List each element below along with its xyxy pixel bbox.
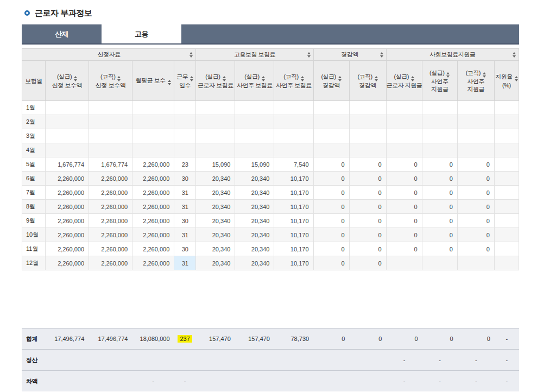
value-cell[interactable] (313, 143, 349, 157)
value-cell[interactable]: 20,340 (235, 228, 274, 242)
value-cell[interactable]: 2,260,000 (89, 228, 132, 242)
value-cell[interactable]: 0 (422, 172, 457, 186)
value-cell[interactable]: 2,260,000 (46, 186, 89, 200)
value-cell[interactable]: 0 (386, 157, 422, 172)
value-cell[interactable] (174, 143, 196, 157)
column-header-5[interactable]: 근무일수 (174, 61, 196, 101)
value-cell[interactable]: 2,260,000 (46, 214, 89, 228)
value-cell[interactable]: 20,340 (196, 200, 235, 214)
value-cell[interactable] (46, 143, 89, 157)
value-cell[interactable]: 0 (386, 228, 422, 242)
value-cell[interactable]: 10,170 (274, 186, 313, 200)
value-cell[interactable]: 0 (349, 172, 386, 186)
value-cell[interactable]: 30 (174, 214, 196, 228)
value-cell[interactable]: 0 (457, 214, 494, 228)
value-cell[interactable] (494, 256, 519, 270)
value-cell[interactable] (386, 129, 422, 143)
value-cell[interactable] (494, 157, 519, 172)
value-cell[interactable]: 0 (386, 200, 422, 214)
value-cell[interactable]: 20,340 (235, 214, 274, 228)
value-cell[interactable]: 15,090 (235, 157, 274, 172)
value-cell[interactable] (313, 101, 349, 115)
value-cell[interactable] (422, 115, 457, 129)
value-cell[interactable]: 20,340 (196, 172, 235, 186)
value-cell[interactable]: 2,260,000 (132, 157, 174, 172)
value-cell[interactable] (494, 200, 519, 214)
value-cell[interactable] (494, 214, 519, 228)
value-cell[interactable] (494, 115, 519, 129)
value-cell[interactable]: 20,340 (235, 172, 274, 186)
value-cell[interactable]: 0 (349, 242, 386, 256)
value-cell[interactable]: 2,260,000 (89, 214, 132, 228)
value-cell[interactable] (235, 115, 274, 129)
value-cell[interactable] (313, 115, 349, 129)
value-cell[interactable] (196, 143, 235, 157)
value-cell[interactable]: 0 (349, 256, 386, 270)
value-cell[interactable]: 31 (174, 200, 196, 214)
value-cell[interactable]: 2,260,000 (46, 200, 89, 214)
value-cell[interactable]: 0 (313, 172, 349, 186)
value-cell[interactable] (422, 143, 457, 157)
value-cell[interactable]: 0 (457, 186, 494, 200)
value-cell[interactable] (494, 186, 519, 200)
group-header-4[interactable]: 사회보험료지원금 (386, 49, 519, 61)
column-header-13[interactable]: (고직)사업주지원금 (457, 61, 494, 101)
value-cell[interactable]: 10,170 (274, 200, 313, 214)
value-cell[interactable]: 0 (313, 186, 349, 200)
value-cell[interactable] (46, 115, 89, 129)
value-cell[interactable]: 0 (457, 200, 494, 214)
value-cell[interactable] (494, 143, 519, 157)
value-cell[interactable] (174, 129, 196, 143)
value-cell[interactable] (174, 101, 196, 115)
value-cell[interactable] (89, 115, 132, 129)
value-cell[interactable] (494, 242, 519, 256)
column-header-2[interactable]: (실급)산정 보수액 (46, 61, 89, 101)
value-cell[interactable]: 0 (422, 200, 457, 214)
value-cell[interactable] (386, 143, 422, 157)
value-cell[interactable]: 0 (457, 172, 494, 186)
value-cell[interactable] (422, 101, 457, 115)
value-cell[interactable] (494, 101, 519, 115)
value-cell[interactable]: 15,090 (196, 157, 235, 172)
value-cell[interactable] (274, 101, 313, 115)
value-cell[interactable] (89, 143, 132, 157)
value-cell[interactable]: 7,540 (274, 157, 313, 172)
value-cell[interactable]: 0 (349, 200, 386, 214)
column-header-11[interactable]: (실급)근로자 지원금 (386, 61, 422, 101)
value-cell[interactable]: 2,260,000 (46, 172, 89, 186)
value-cell[interactable]: 1,676,774 (46, 157, 89, 172)
tab-goyong[interactable]: 고용 (102, 24, 181, 43)
value-cell[interactable]: 2,260,000 (46, 256, 89, 270)
value-cell[interactable]: 0 (313, 200, 349, 214)
value-cell[interactable]: 10,170 (274, 214, 313, 228)
value-cell[interactable]: 0 (386, 172, 422, 186)
value-cell[interactable]: 20,340 (196, 228, 235, 242)
column-header-3[interactable]: (고직)산정 보수액 (89, 61, 132, 101)
value-cell[interactable] (457, 129, 494, 143)
value-cell[interactable]: 2,260,000 (89, 172, 132, 186)
column-header-7[interactable]: (실급)사업주 보험료 (235, 61, 274, 101)
value-cell[interactable]: 2,260,000 (132, 200, 174, 214)
value-cell[interactable]: 2,260,000 (46, 228, 89, 242)
value-cell[interactable]: 31 (174, 186, 196, 200)
value-cell[interactable]: 10,170 (274, 172, 313, 186)
value-cell[interactable] (235, 101, 274, 115)
value-cell[interactable]: 0 (457, 157, 494, 172)
tab-sanjae[interactable]: 산재 (22, 24, 102, 43)
value-cell[interactable]: 2,260,000 (132, 214, 174, 228)
value-cell[interactable]: 2,260,000 (132, 228, 174, 242)
value-cell[interactable] (174, 115, 196, 129)
column-header-12[interactable]: (실급)사업주지원금 (422, 61, 457, 101)
value-cell[interactable]: 0 (313, 157, 349, 172)
value-cell[interactable]: 2,260,000 (89, 256, 132, 270)
column-header-10[interactable]: (고직)경감액 (349, 61, 386, 101)
value-cell[interactable]: 20,340 (235, 256, 274, 270)
value-cell[interactable]: 10,170 (274, 228, 313, 242)
column-header-8[interactable]: (고직)사업주 보험료 (274, 61, 313, 101)
value-cell[interactable]: 2,260,000 (132, 242, 174, 256)
value-cell[interactable]: 0 (386, 242, 422, 256)
group-header-1[interactable]: 산정자료 (22, 49, 196, 61)
value-cell[interactable] (132, 115, 174, 129)
value-cell[interactable] (132, 143, 174, 157)
value-cell[interactable]: 0 (349, 157, 386, 172)
